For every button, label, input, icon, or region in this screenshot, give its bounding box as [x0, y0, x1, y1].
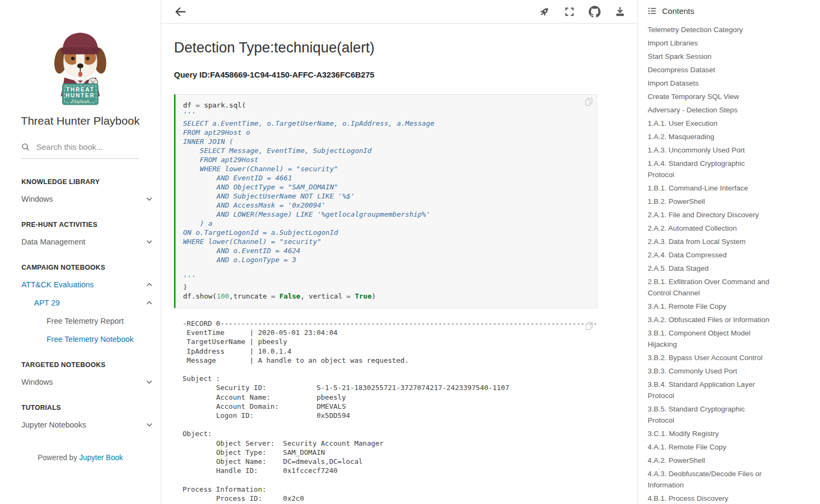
sidebar-item-free-telemetry-report[interactable]: Free Telemetry Report	[0, 312, 161, 330]
toc-list: Telemetry Detection CategoryImport Libra…	[648, 23, 770, 504]
nav-section-header-tutorials: TUTORIALS	[0, 391, 161, 416]
book-title: Threat Hunter Playbook	[0, 114, 161, 127]
sidebar-item-windows[interactable]: Windows	[0, 190, 161, 208]
toc-item-2-a-1-file-and-directory-discovery[interactable]: 2.A.1. File and Directory Discovery	[648, 208, 770, 222]
rocket-icon[interactable]	[538, 6, 550, 18]
chevron-up-icon[interactable]	[146, 299, 153, 307]
toc-item-1-a-1-user-execution[interactable]: 1.A.1. User Execution	[648, 117, 770, 130]
search-placeholder: Search this book...	[36, 142, 103, 151]
output-cell: -RECORD 0-------------------------------…	[183, 319, 597, 504]
back-arrow-icon[interactable]	[174, 5, 187, 18]
main-column: Detection Type:technique(alert) Query ID…	[161, 0, 638, 504]
toc-item-adversary-detection-steps[interactable]: Adversary - Detection Steps	[648, 103, 770, 117]
toc-item-4-b-1-process-discovery[interactable]: 4.B.1. Process Discovery	[648, 492, 770, 504]
dog-logo-image: THREAT HUNTER Playbook	[49, 27, 112, 106]
contents-panel: Contents Telemetry Detection CategoryImp…	[638, 0, 820, 504]
sidebar-nav: KNOWLEDGE LIBRARYWindowsPRE-HUNT ACTIVIT…	[0, 165, 161, 434]
logo-text-hunter: HUNTER	[66, 93, 95, 98]
sidebar-item-apt-29[interactable]: APT 29	[0, 294, 161, 312]
toc-item-import-libraries[interactable]: Import Libraries	[648, 36, 770, 50]
chevron-down-icon[interactable]	[146, 195, 153, 203]
code-segment: ) df.show(	[183, 283, 217, 300]
sidebar-item-label: Free Telemetry Report	[47, 317, 124, 325]
sidebar-footer: Powered by Jupyter Book	[0, 453, 161, 462]
toc-item-3-b-5-standard-cryptographic-protocol[interactable]: 3.B.5. Standard Cryptographic Protocol	[648, 402, 770, 427]
topbar	[161, 0, 637, 24]
contents-title: Contents	[662, 6, 694, 16]
sidebar-item-free-telemetry-notebook[interactable]: Free Telemetry Notebook	[0, 330, 161, 348]
code-segment: , vertical	[300, 292, 346, 300]
toc-item-telemetry-detection-category[interactable]: Telemetry Detection Category	[648, 23, 770, 36]
sidebar-item-data-management[interactable]: Data Management	[0, 233, 161, 251]
copy-icon[interactable]	[584, 321, 594, 333]
code-segment: True	[355, 292, 371, 300]
github-icon[interactable]	[589, 6, 601, 18]
toc-item-2-a-3-data-from-local-system[interactable]: 2.A.3. Data from Local System	[648, 235, 770, 248]
sidebar-item-label: Jupyter Notebooks	[21, 421, 86, 429]
query-id: Query ID:FA458669-1C94-4150-AFFC-A3236FC…	[174, 70, 597, 79]
toc-item-3-c-1-modify-registry[interactable]: 3.C.1. Modify Registry	[648, 427, 770, 440]
search-box[interactable]: Search this book...	[21, 142, 139, 159]
toc-item-4-a-3-deobfuscate-decode-files-or-information[interactable]: 4.A.3. Deobfuscate/Decode Files or Infor…	[648, 467, 770, 492]
sidebar-item-jupyter-notebooks[interactable]: Jupyter Notebooks	[0, 416, 161, 434]
code-block: df = spark.sql( ''' SELECT a.EventTime, …	[176, 95, 597, 308]
code-segment: 100	[217, 292, 229, 300]
nav-section-header-campaign-notebooks: CAMPAIGN NOTEBOOKS	[0, 251, 161, 276]
page-title: Detection Type:technique(alert)	[174, 40, 597, 56]
toc-item-3-b-2-bypass-user-account-control[interactable]: 3.B.2. Bypass User Account Control	[648, 351, 770, 364]
topbar-actions	[538, 6, 626, 18]
toc-item-3-a-2-obfuscated-files-or-information[interactable]: 3.A.2. Obfuscated Files or Information	[648, 313, 770, 326]
toc-item-2-b-1-exfiltration-over-command-and-control-channel[interactable]: 2.B.1. Exfiltration Over Command and Con…	[648, 275, 770, 300]
code-segment: =	[346, 292, 355, 300]
output-block: -RECORD 0-------------------------------…	[183, 319, 598, 504]
toc-item-1-b-2-powershell[interactable]: 1.B.2. PowerShell	[648, 195, 770, 208]
sidebar: THREAT HUNTER Playbook Threat Hunter Pla…	[0, 0, 161, 504]
toc-item-2-a-2-automated-collection[interactable]: 2.A.2. Automated Collection	[648, 222, 770, 235]
chevron-up-icon[interactable]	[146, 281, 153, 288]
threat-hunter-logo: THREAT HUNTER Playbook	[49, 27, 112, 108]
page-content: Detection Type:technique(alert) Query ID…	[161, 24, 637, 504]
powered-by-text: Powered by	[37, 453, 79, 462]
toc-item-3-b-1-component-object-model-hijacking[interactable]: 3.B.1. Component Object Model Hijacking	[648, 326, 770, 351]
code-segment: ,truncate	[229, 292, 271, 300]
toc-item-start-spark-session[interactable]: Start Spark Session	[648, 50, 770, 63]
toc-item-decompress-dataset[interactable]: Decompress Dataset	[648, 63, 770, 77]
sidebar-item-label: Windows	[21, 378, 53, 386]
sidebar-item-label: ATT&CK Evaluations	[21, 280, 94, 289]
app-root: THREAT HUNTER Playbook Threat Hunter Pla…	[0, 0, 820, 504]
toc-item-4-a-2-powershell[interactable]: 4.A.2. PowerShell	[648, 454, 770, 467]
logo-text-playbook: Playbook	[71, 98, 89, 104]
toc-item-import-datasets[interactable]: Import Datasets	[648, 77, 770, 90]
code-segment: =	[271, 292, 279, 300]
chevron-down-icon[interactable]	[146, 238, 153, 246]
sidebar-item-label: Data Management	[21, 238, 85, 246]
chevron-down-icon[interactable]	[146, 421, 153, 429]
toc-item-3-b-4-standard-application-layer-protocol[interactable]: 3.B.4. Standard Application Layer Protoc…	[648, 378, 770, 402]
jupyter-book-link[interactable]: Jupyter Book	[79, 453, 123, 462]
sidebar-item-windows[interactable]: Windows	[0, 373, 161, 391]
toc-item-2-a-5-data-staged[interactable]: 2.A.5. Data Staged	[648, 262, 770, 275]
logo-text-threat: THREAT	[66, 87, 95, 93]
toc-item-2-a-4-data-compressed[interactable]: 2.A.4. Data Compressed	[648, 248, 770, 262]
toc-item-1-b-1-command-line-interface[interactable]: 1.B.1. Command-Line Interface	[648, 181, 770, 195]
contents-list-icon	[648, 6, 657, 16]
copy-icon[interactable]	[584, 97, 594, 109]
download-icon[interactable]	[614, 6, 626, 17]
contents-header: Contents	[648, 5, 809, 16]
fullscreen-icon[interactable]	[564, 6, 575, 17]
nav-section-header-pre-hunt-activities: PRE-HUNT ACTIVITIES	[0, 208, 161, 233]
toc-item-1-a-4-standard-cryptographic-protocol[interactable]: 1.A.4. Standard Cryptographic Protocol	[648, 157, 770, 181]
sidebar-item-att-ck-evaluations[interactable]: ATT&CK Evaluations	[0, 276, 161, 294]
toc-item-create-temporary-sql-view[interactable]: Create Temporary SQL View	[648, 90, 770, 103]
nav-section-header-targeted-notebooks: TARGETED NOTEBOOKS	[0, 348, 161, 373]
nav-section-header-knowledge-library: KNOWLEDGE LIBRARY	[0, 165, 161, 190]
code-segment: False	[279, 292, 300, 300]
code-segment: )	[371, 292, 376, 300]
toc-item-3-b-3-commonly-used-port[interactable]: 3.B.3. Commonly Used Port	[648, 364, 770, 378]
toc-item-4-a-1-remote-file-copy[interactable]: 4.A.1. Remote File Copy	[648, 440, 770, 454]
chevron-down-icon[interactable]	[146, 378, 153, 386]
toc-item-1-a-3-uncommonly-used-port[interactable]: 1.A.3. Uncommonly Used Port	[648, 143, 770, 157]
toc-item-1-a-2-masquerading[interactable]: 1.A.2. Masquerading	[648, 130, 770, 143]
search-icon	[21, 143, 30, 151]
toc-item-3-a-1-remote-file-copy[interactable]: 3.A.1. Remote File Copy	[648, 300, 770, 313]
